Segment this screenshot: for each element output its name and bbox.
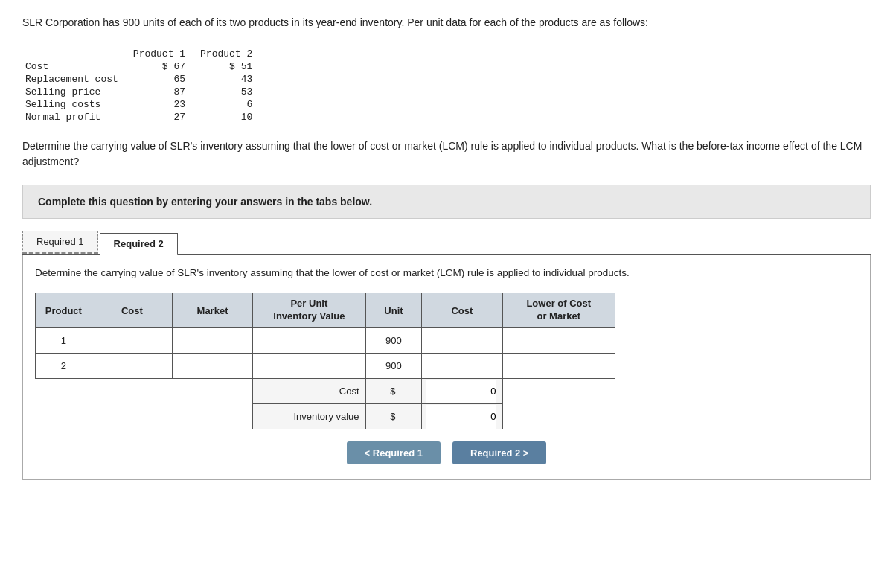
product-1-market-input-cell[interactable]: [172, 328, 252, 354]
tab-required1[interactable]: Required 1: [22, 231, 98, 254]
p1-selling-price: 87: [130, 86, 197, 98]
inventory-subtotal-row: Inventory value $: [36, 404, 615, 429]
inv-subtotal-label: Inventory value: [253, 404, 365, 429]
product-2-market-input-cell[interactable]: [172, 354, 252, 379]
p1-cost: $ 67: [130, 60, 197, 73]
th-market: Market: [172, 293, 252, 328]
product-1-cost-input[interactable]: [97, 329, 167, 353]
row-label-replacement: Replacement cost: [22, 73, 130, 86]
product-1-cost2-input[interactable]: [426, 329, 497, 353]
th-unit: Unit: [365, 293, 422, 328]
product-2-perunit-input[interactable]: [257, 354, 360, 378]
product-2-label: 2: [36, 354, 92, 379]
tabs-container: Required 1 Required 2: [22, 231, 871, 255]
instruction-text: Complete this question by entering your …: [38, 196, 372, 208]
row-label-selling-price: Selling price: [22, 86, 130, 98]
question-text: Determine the carrying value of SLR's in…: [22, 138, 871, 170]
p2-cost: $ 51: [197, 60, 264, 73]
cost-subtotal-value[interactable]: [422, 379, 502, 404]
product-2-cost-input[interactable]: [97, 354, 167, 378]
p1-replacement: 65: [130, 73, 197, 86]
nav-buttons-container: < Required 1 Required 2 >: [35, 441, 858, 464]
table-row: 1 900: [36, 328, 615, 354]
inv-subtotal-value[interactable]: [422, 404, 502, 429]
col-header-p1: Product 1: [130, 45, 197, 60]
th-product: Product: [36, 293, 92, 328]
product-1-unit: 900: [365, 328, 422, 354]
product-2-unit: 900: [365, 354, 422, 379]
product-1-label: 1: [36, 328, 92, 354]
p2-normal-profit: 10: [197, 111, 264, 124]
row-label-normal-profit: Normal profit: [22, 111, 130, 124]
th-per-unit: Per UnitInventory Value: [253, 293, 365, 328]
product-2-cost2-input-cell[interactable]: [422, 354, 502, 379]
p1-normal-profit: 27: [130, 111, 197, 124]
tab-description: Determine the carrying value of SLR's in…: [35, 266, 858, 281]
product-2-cost-input-cell[interactable]: [92, 354, 172, 379]
product-1-lcm-input[interactable]: [508, 329, 611, 353]
product-1-lcm-input-cell[interactable]: [502, 328, 615, 354]
table-row: 2 900: [36, 354, 615, 379]
p2-replacement: 43: [197, 73, 264, 86]
product-data-table: Product 1 Product 2 Cost $ 67 $ 51 Repla…: [22, 45, 871, 124]
product-1-perunit-input-cell[interactable]: [253, 328, 365, 354]
product-1-cost-input-cell[interactable]: [92, 328, 172, 354]
answer-table: Product Cost Market Per UnitInventory Va…: [35, 293, 615, 429]
cost-subtotal-row: Cost $: [36, 379, 615, 404]
product-1-market-input[interactable]: [177, 329, 248, 353]
p2-selling-price: 53: [197, 86, 264, 98]
inv-subtotal-dollar: $: [365, 404, 422, 429]
product-2-lcm-input[interactable]: [508, 354, 611, 378]
p2-selling-costs: 6: [197, 98, 264, 111]
tab-required2[interactable]: Required 2: [100, 233, 178, 255]
row-label-selling-costs: Selling costs: [22, 98, 130, 111]
product-2-lcm-input-cell[interactable]: [502, 354, 615, 379]
tab-content-area: Determine the carrying value of SLR's in…: [22, 255, 871, 480]
instruction-box: Complete this question by entering your …: [22, 185, 871, 219]
th-lcm: Lower of Costor Market: [502, 293, 615, 328]
product-2-perunit-input-cell[interactable]: [253, 354, 365, 379]
th-cost: Cost: [92, 293, 172, 328]
th-cost2: Cost: [422, 293, 502, 328]
product-1-cost2-input-cell[interactable]: [422, 328, 502, 354]
p1-selling-costs: 23: [130, 98, 197, 111]
intro-paragraph: SLR Corporation has 900 units of each of…: [22, 15, 871, 31]
col-header-p2: Product 2: [197, 45, 264, 60]
row-label-cost: Cost: [22, 60, 130, 73]
cost-subtotal-dollar: $: [365, 379, 422, 404]
product-1-perunit-input[interactable]: [257, 329, 360, 353]
product-2-cost2-input[interactable]: [426, 354, 497, 378]
next-button[interactable]: Required 2 >: [452, 441, 546, 464]
product-2-market-input[interactable]: [177, 354, 248, 378]
inv-subtotal-input[interactable]: [426, 405, 496, 429]
cost-subtotal-label: Cost: [253, 379, 365, 404]
prev-button[interactable]: < Required 1: [347, 441, 441, 464]
cost-subtotal-input[interactable]: [426, 380, 496, 403]
